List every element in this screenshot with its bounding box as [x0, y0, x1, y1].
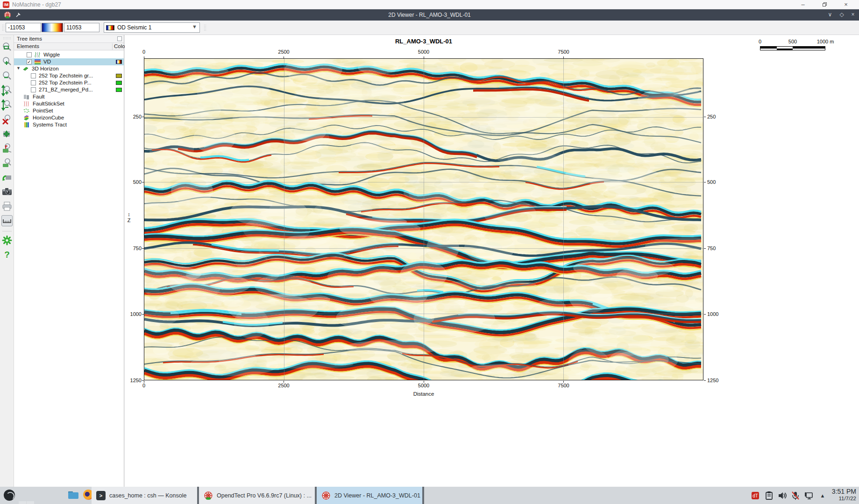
- clipboard-icon[interactable]: [764, 490, 774, 501]
- tree-item-label: VD: [43, 59, 51, 64]
- column-elements[interactable]: Elements: [17, 43, 39, 49]
- opendtect-icon: [321, 491, 331, 500]
- clip-min-input[interactable]: [6, 23, 41, 32]
- tray-expand-icon[interactable]: ▲: [817, 490, 828, 501]
- tree-header-row: Elements Color: [14, 43, 124, 50]
- gridline: [563, 59, 564, 380]
- viewer-close-button[interactable]: ×: [848, 11, 858, 18]
- tick: [704, 117, 706, 117]
- cancel-zoom-button[interactable]: [1, 114, 13, 125]
- wiggle-checkbox[interactable]: [27, 52, 32, 57]
- tree-item-wiggle[interactable]: Wiggle: [14, 51, 124, 58]
- tree-item-horizon-3[interactable]: 271_BZ_merged_Pd...: [14, 86, 124, 93]
- tree-item-label: 271_BZ_merged_Pd...: [39, 87, 93, 92]
- tree-panel: Tree items Elements Color Wiggle ✓ VD ▼: [14, 35, 124, 487]
- display-scale-button[interactable]: [1, 215, 13, 226]
- gridline: [144, 314, 703, 314]
- konsole-icon: >: [96, 491, 106, 500]
- tick: [704, 182, 706, 182]
- dock-grip[interactable]: [3, 37, 11, 40]
- vertical-zoom-in-button[interactable]: [1, 85, 13, 96]
- snapshot-button[interactable]: [1, 186, 13, 197]
- restore-button[interactable]: [816, 0, 832, 9]
- horizon-icon: [22, 66, 28, 71]
- scale-bar: 0 500 1000 m: [760, 39, 825, 51]
- zoom-out-button[interactable]: [1, 70, 13, 82]
- tree-item-fault[interactable]: Fault: [14, 93, 124, 100]
- viewer-titlebar: 2D Viewer - RL_AMO-3_WDL-01 ∨ ◇ ×: [0, 9, 859, 21]
- horizon-3-color-swatch[interactable]: [116, 88, 122, 92]
- scale-label-1000: 1000 m: [817, 39, 834, 44]
- expander-icon[interactable]: ▼: [16, 66, 21, 70]
- scale-label-0: 0: [759, 39, 761, 44]
- task-list: > cases_home : csh — Konsole OpendTect P…: [92, 487, 424, 504]
- task-konsole[interactable]: > cases_home : csh — Konsole: [92, 487, 197, 504]
- tree-item-horizon-2[interactable]: 252 Top Zechstein P...: [14, 79, 124, 86]
- taskbar-clock[interactable]: 3:51 PM 11/7/22: [832, 488, 856, 502]
- print-button[interactable]: [1, 201, 13, 212]
- horizon-3-checkbox[interactable]: [31, 87, 36, 92]
- tree-item-label: 252 Top Zechstein gr...: [39, 73, 93, 78]
- vd-checkbox[interactable]: ✓: [27, 59, 32, 64]
- zoom-extents-button[interactable]: [1, 42, 13, 53]
- y-tick-label: 750: [707, 245, 716, 251]
- close-button[interactable]: ×: [838, 0, 854, 9]
- x-tick-label: 7500: [558, 49, 569, 55]
- opendtect-tray-icon[interactable]: dT: [750, 490, 760, 501]
- y-axis-label: ↕ Z: [126, 211, 132, 224]
- tree-item-faultstickset[interactable]: FaultStickSet: [14, 100, 124, 107]
- svg-text:dT: dT: [753, 493, 758, 498]
- colorbar-preview[interactable]: [42, 23, 63, 32]
- gridline: [144, 117, 703, 118]
- mic-muted-icon[interactable]: [790, 490, 801, 501]
- tick: [704, 248, 706, 249]
- scale-label-500: 500: [788, 39, 797, 44]
- app-launcher-icon[interactable]: [4, 490, 15, 501]
- volume-icon[interactable]: [777, 490, 788, 501]
- help-button[interactable]: ?: [1, 249, 13, 260]
- network-display-icon[interactable]: [803, 490, 814, 501]
- tree-item-vd[interactable]: ✓ VD: [14, 58, 124, 65]
- tree-item-systems-tract[interactable]: Systems Tract: [14, 121, 124, 128]
- attribute-select[interactable]: OD Seismic 1 ▼: [104, 22, 200, 33]
- scale-bar-checker: [760, 46, 825, 50]
- tree-item-pointset[interactable]: PointSet: [14, 107, 124, 114]
- tree-item-horizon-1[interactable]: 252 Top Zechstein gr...: [14, 72, 124, 79]
- task-opendtect[interactable]: OpendTect Pro V6.6.9rc7 (Linux) : ...: [199, 487, 315, 504]
- gridline: [424, 59, 424, 380]
- clip-max-input[interactable]: [64, 23, 99, 32]
- tree-item-3d-horizon[interactable]: ▼ 3D Horizon: [14, 65, 124, 72]
- toolbar-grip-2[interactable]: [204, 24, 206, 32]
- task-2d-viewer[interactable]: 2D Viewer - RL_AMO-3_WDL-01: [317, 487, 422, 504]
- home-zoom-button[interactable]: [1, 157, 13, 168]
- virtual-desktop-pager[interactable]: [19, 501, 35, 504]
- minimize-button[interactable]: –: [795, 0, 811, 9]
- tick: [563, 381, 564, 383]
- flip-view-button[interactable]: [1, 172, 13, 183]
- horizon-2-color-swatch[interactable]: [116, 81, 122, 85]
- horizon-1-checkbox[interactable]: [31, 73, 36, 78]
- tick: [704, 314, 706, 315]
- tick: [704, 380, 706, 381]
- toolbar-grip[interactable]: [2, 24, 5, 32]
- zoom-in-button[interactable]: [1, 56, 13, 67]
- x-tick-label: 0: [142, 49, 145, 55]
- attribute-selected-value: OD Seismic 1: [117, 24, 151, 31]
- vertical-zoom-out-button[interactable]: [1, 99, 13, 111]
- main-area: ? Tree items Elements Color Wiggle ✓ VD: [0, 35, 859, 487]
- pan-button[interactable]: [1, 128, 13, 140]
- viewer-menu-button[interactable]: ∨: [825, 11, 835, 18]
- systems-tract-icon: [23, 122, 29, 127]
- x-axis-label: Distance: [144, 391, 703, 397]
- file-manager-icon[interactable]: [68, 490, 79, 501]
- horizon-2-checkbox[interactable]: [31, 80, 36, 85]
- vd-color-swatch[interactable]: [116, 60, 122, 64]
- tree-item-label: Wiggle: [43, 52, 60, 57]
- viewer-settings-button[interactable]: [1, 235, 13, 246]
- float-panel-icon[interactable]: [117, 36, 122, 41]
- viewer-maximize-button[interactable]: ◇: [837, 11, 846, 18]
- horizon-1-color-swatch[interactable]: [116, 74, 122, 78]
- clock-time: 3:51 PM: [832, 488, 856, 495]
- set-home-zoom-button[interactable]: [1, 143, 13, 154]
- tree-item-horizoncube[interactable]: HorizonCube: [14, 114, 124, 121]
